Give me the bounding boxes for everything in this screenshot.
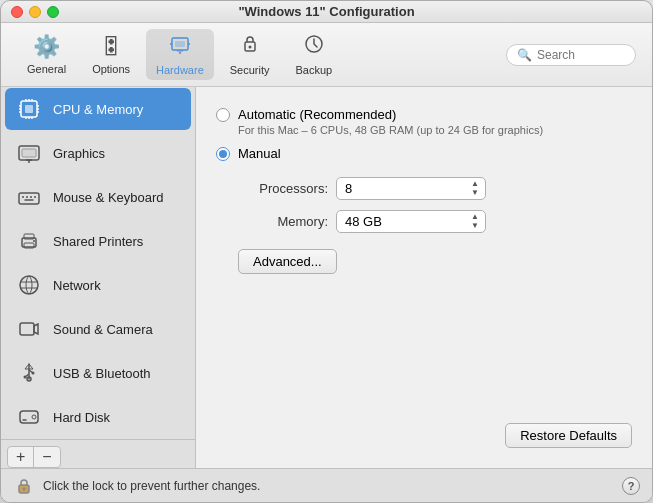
svg-rect-4 bbox=[177, 50, 183, 52]
bottom-lock-label: Click the lock to prevent further change… bbox=[43, 479, 614, 493]
sidebar: CPU & Memory Graphics bbox=[1, 87, 196, 468]
sidebar-item-label-shared-printers: Shared Printers bbox=[53, 234, 143, 249]
toolbar-item-hardware[interactable]: Hardware bbox=[146, 29, 214, 80]
arrow-up-icon: ▲ bbox=[471, 213, 479, 221]
processors-value: 8 bbox=[345, 181, 352, 196]
sidebar-item-label-cpu: CPU & Memory bbox=[53, 102, 143, 117]
processors-select-arrow: ▲ ▼ bbox=[471, 180, 479, 197]
toolbar-label-general: General bbox=[27, 63, 66, 75]
security-icon bbox=[239, 33, 261, 61]
hard-disk-icon bbox=[15, 403, 43, 431]
minimize-button[interactable] bbox=[29, 6, 41, 18]
sidebar-item-network[interactable]: Network bbox=[5, 264, 191, 306]
svg-rect-27 bbox=[19, 193, 39, 204]
sidebar-item-cpu-memory[interactable]: CPU & Memory bbox=[5, 88, 191, 130]
toolbar-label-security: Security bbox=[230, 64, 270, 76]
sidebar-item-sound-camera[interactable]: Sound & Camera bbox=[5, 308, 191, 350]
sidebar-item-label-graphics: Graphics bbox=[53, 146, 105, 161]
manual-option-row[interactable]: Manual bbox=[216, 146, 632, 161]
search-input[interactable] bbox=[537, 48, 625, 62]
svg-point-46 bbox=[32, 372, 35, 375]
sidebar-item-label-network: Network bbox=[53, 278, 101, 293]
remove-item-button[interactable]: − bbox=[34, 447, 59, 467]
memory-label: Memory: bbox=[238, 214, 328, 229]
usb-icon bbox=[15, 359, 43, 387]
graphics-icon bbox=[15, 139, 43, 167]
automatic-option-row[interactable]: Automatic (Recommended) For this Mac – 6… bbox=[216, 107, 632, 136]
svg-point-36 bbox=[33, 240, 35, 242]
svg-marker-41 bbox=[34, 324, 38, 334]
arrow-down-icon: ▼ bbox=[471, 222, 479, 230]
svg-point-53 bbox=[23, 487, 26, 490]
sidebar-item-hard-disk[interactable]: Hard Disk bbox=[5, 396, 191, 438]
memory-value: 48 GB bbox=[345, 214, 382, 229]
svg-point-7 bbox=[248, 46, 251, 49]
processors-select[interactable]: 8 ▲ ▼ bbox=[336, 177, 486, 200]
title-bar: "Windows 11" Configuration bbox=[1, 1, 652, 23]
window: "Windows 11" Configuration ⚙️ General 🎛 … bbox=[0, 0, 653, 503]
toolbar-item-security[interactable]: Security bbox=[220, 29, 280, 80]
svg-point-50 bbox=[32, 415, 36, 419]
manual-radio[interactable] bbox=[216, 147, 230, 161]
memory-row: Memory: 48 GB ▲ ▼ bbox=[238, 210, 632, 233]
hardware-icon bbox=[169, 33, 191, 61]
memory-select[interactable]: 48 GB ▲ ▼ bbox=[336, 210, 486, 233]
search-icon: 🔍 bbox=[517, 48, 532, 62]
sidebar-item-mouse-keyboard[interactable]: Mouse & Keyboard bbox=[5, 176, 191, 218]
svg-point-47 bbox=[24, 376, 27, 379]
sidebar-bottom: + − bbox=[1, 439, 195, 468]
svg-point-37 bbox=[20, 276, 38, 294]
toolbar: ⚙️ General 🎛 Options Hardware bbox=[1, 23, 652, 87]
sidebar-item-label-sound-camera: Sound & Camera bbox=[53, 322, 153, 337]
arrow-up-icon: ▲ bbox=[471, 180, 479, 188]
toolbar-label-hardware: Hardware bbox=[156, 64, 204, 76]
restore-defaults-button[interactable]: Restore Defaults bbox=[505, 423, 632, 448]
form-section: Processors: 8 ▲ ▼ Memory: 48 GB ▲ bbox=[216, 177, 632, 233]
svg-rect-49 bbox=[20, 411, 38, 423]
cpu-icon bbox=[15, 95, 43, 123]
general-icon: ⚙️ bbox=[33, 34, 60, 60]
add-item-button[interactable]: + bbox=[8, 447, 34, 467]
toolbar-label-options: Options bbox=[92, 63, 130, 75]
svg-rect-24 bbox=[22, 149, 36, 157]
content-footer: Restore Defaults bbox=[216, 423, 632, 448]
automatic-label: Automatic (Recommended) bbox=[238, 107, 543, 122]
processors-label: Processors: bbox=[238, 181, 328, 196]
close-button[interactable] bbox=[11, 6, 23, 18]
radio-group: Automatic (Recommended) For this Mac – 6… bbox=[216, 107, 632, 161]
toolbar-item-options[interactable]: 🎛 Options bbox=[82, 30, 140, 79]
svg-rect-1 bbox=[175, 41, 185, 47]
svg-rect-40 bbox=[20, 323, 34, 335]
automatic-sublabel: For this Mac – 6 CPUs, 48 GB RAM (up to … bbox=[238, 124, 543, 136]
help-button[interactable]: ? bbox=[622, 477, 640, 495]
traffic-lights bbox=[11, 6, 59, 18]
content-panel: Automatic (Recommended) For this Mac – 6… bbox=[196, 87, 652, 468]
options-icon: 🎛 bbox=[100, 34, 122, 60]
processors-row: Processors: 8 ▲ ▼ bbox=[238, 177, 632, 200]
svg-rect-10 bbox=[25, 105, 33, 113]
maximize-button[interactable] bbox=[47, 6, 59, 18]
printer-icon bbox=[15, 227, 43, 255]
sound-icon bbox=[15, 315, 43, 343]
lock-icon[interactable] bbox=[13, 475, 35, 497]
add-remove-controls: + − bbox=[7, 446, 61, 468]
automatic-radio[interactable] bbox=[216, 108, 230, 122]
window-title: "Windows 11" Configuration bbox=[238, 4, 414, 19]
toolbar-item-general[interactable]: ⚙️ General bbox=[17, 30, 76, 79]
sidebar-item-graphics[interactable]: Graphics bbox=[5, 132, 191, 174]
toolbar-item-backup[interactable]: Backup bbox=[286, 29, 343, 80]
sidebar-item-label-mouse-keyboard: Mouse & Keyboard bbox=[53, 190, 164, 205]
sidebar-item-shared-printers[interactable]: Shared Printers bbox=[5, 220, 191, 262]
sidebar-item-usb-bluetooth[interactable]: USB & Bluetooth bbox=[5, 352, 191, 394]
backup-icon bbox=[303, 33, 325, 61]
manual-label: Manual bbox=[238, 146, 281, 161]
sidebar-item-label-usb-bluetooth: USB & Bluetooth bbox=[53, 366, 151, 381]
bottom-bar: Click the lock to prevent further change… bbox=[1, 468, 652, 502]
arrow-down-icon: ▼ bbox=[471, 189, 479, 197]
toolbar-label-backup: Backup bbox=[296, 64, 333, 76]
sidebar-item-label-hard-disk: Hard Disk bbox=[53, 410, 110, 425]
advanced-button[interactable]: Advanced... bbox=[238, 249, 337, 274]
search-box[interactable]: 🔍 bbox=[506, 44, 636, 66]
keyboard-icon bbox=[15, 183, 43, 211]
automatic-text: Automatic (Recommended) For this Mac – 6… bbox=[238, 107, 543, 136]
